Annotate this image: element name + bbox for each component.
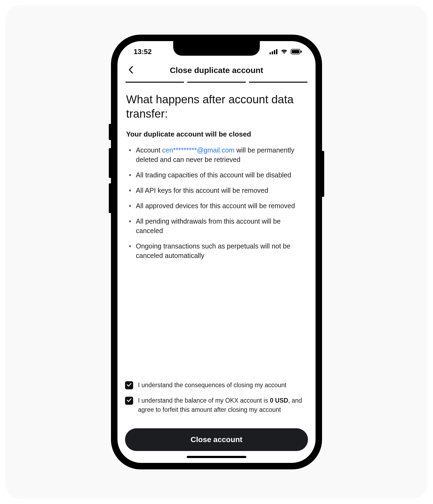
cellular-icon [270,49,278,54]
home-indicator[interactable] [187,456,246,458]
bullet-account-prefix: Account [136,146,162,154]
consent-row-1: I understand the consequences of closing… [125,381,308,390]
battery-icon [291,49,302,54]
progress-step-2 [187,82,246,83]
check-icon [127,383,132,388]
chevron-left-icon [128,66,134,75]
phone-frame: 13:52 [111,35,322,469]
sub-heading: Your duplicate account will be closed [126,130,307,138]
list-item: All approved devices for this account wi… [126,201,307,211]
back-button[interactable] [125,64,137,76]
svg-rect-5 [292,50,299,53]
check-icon [127,398,132,403]
phone-screen: 13:52 [117,41,316,463]
svg-rect-2 [274,50,275,54]
progress-indicator [117,82,316,92]
svg-rect-0 [270,52,271,54]
page-title: Close duplicate account [117,66,316,75]
consent-text-2: I understand the balance of my OKX accou… [138,396,308,414]
list-item: Account cen*********@gmail.com will be p… [126,145,307,164]
checkbox-consequences[interactable] [125,381,133,389]
close-account-button[interactable]: Close account [125,428,308,451]
main-content: What happens after account data transfer… [117,92,316,381]
progress-step-1 [126,82,184,83]
consent-text-1: I understand the consequences of closing… [138,381,287,390]
list-item: All pending withdrawals from this accoun… [126,217,307,236]
consent2-pre: I understand the balance of my OKX accou… [138,397,270,404]
list-item: All API keys for this account will be re… [126,186,307,195]
nav-header: Close duplicate account [117,62,316,82]
notch [173,41,260,56]
status-time: 13:52 [134,48,152,56]
list-item: Ongoing transactions such as perpetuals … [126,241,307,260]
list-item: All trading capacities of this account w… [126,170,307,180]
consent-row-2: I understand the balance of my OKX accou… [125,396,308,414]
consent2-amount: 0 USD [270,397,288,404]
checkbox-balance[interactable] [125,397,133,405]
outer-canvas: 13:52 [5,5,428,499]
svg-rect-3 [276,49,277,54]
consequences-list: Account cen*********@gmail.com will be p… [126,145,307,266]
svg-rect-1 [272,51,273,54]
account-email-link[interactable]: cen*********@gmail.com [162,146,234,154]
status-right [270,49,302,54]
wifi-icon [280,49,288,54]
progress-step-3 [249,82,307,83]
footer: I understand the consequences of closing… [117,381,316,463]
svg-rect-6 [301,51,302,53]
heading: What happens after account data transfer… [126,92,307,121]
